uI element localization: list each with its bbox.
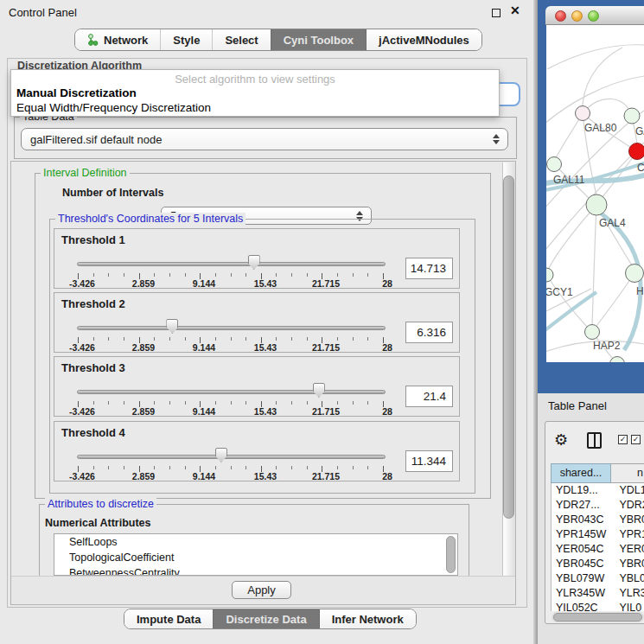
threshold-value-field[interactable]: 6.316 [405,322,453,343]
tab-infer-network[interactable]: Infer Network [319,609,416,628]
tab-label: jActiveMNodules [379,34,469,47]
gear-icon[interactable]: ⚙ [554,430,568,450]
tick-label: 28 [368,471,406,481]
network-view-canvas[interactable]: GAL80 GA C GAL11 GAL4 GCY1 H HAP2 [546,25,644,362]
close-icon[interactable]: ✕ [510,3,520,17]
tab-cyni-toolbox[interactable]: Cyni Toolbox [271,29,366,50]
table-row[interactable]: YBR043CYBR0 [552,513,644,527]
checkbox-icon[interactable]: ✓ [618,435,628,444]
slider-thumb[interactable] [166,319,178,334]
tick-label: 9.144 [185,278,223,289]
list-item[interactable]: SelfLoops [54,534,457,550]
bottom-tabbar: Impute Data Discretize Data Infer Networ… [124,609,417,629]
minimize-traffic-light-icon[interactable] [571,10,583,22]
node-top-right [624,108,640,124]
vertical-scrollbar-thumb[interactable] [503,175,514,519]
tab-jactivemnodules[interactable]: jActiveMNodules [366,29,481,50]
threshold-2-panel: Threshold 2 -3.426 2.859 9.144 15.43 21.… [54,292,460,353]
tab-network[interactable]: Network [75,29,160,50]
tab-label: Impute Data [137,613,201,626]
slider-track[interactable] [77,455,386,459]
table-row[interactable]: YLR345WYLR3 [552,586,644,601]
table-row[interactable]: YER054CYER0 [552,542,644,557]
slider-thumb[interactable] [248,255,260,270]
cell: YDL1 [611,483,644,498]
dropdown-option-manual[interactable]: Manual Discretization [16,86,137,99]
apply-strip: Apply [11,576,515,604]
tick-label: 2.859 [124,471,163,481]
tick-label: 21.715 [307,471,345,481]
slider-scale: -3.426 2.859 9.144 15.43 21.715 28 [78,342,384,352]
numerical-attributes-list[interactable]: SelfLoops TopologicalCoefficient Between… [54,533,458,576]
table-row[interactable]: YPR145WYPR1 [552,527,644,542]
slider-thumb[interactable] [313,383,325,398]
zoom-traffic-light-icon[interactable] [588,10,599,22]
tab-select[interactable]: Select [212,29,270,50]
threshold-value-field[interactable]: 21.4 [405,386,453,407]
slider-track[interactable] [77,326,386,330]
threshold-label: Threshold 3 [61,361,125,374]
cell: YER0 [611,542,644,557]
list-scrollbar-thumb[interactable] [446,536,456,573]
dropdown-option-equal-width[interactable]: Equal Width/Frequency Discretization [16,101,211,114]
checkbox-icon[interactable]: ✓ [631,435,641,444]
cell: YER054C [552,542,611,557]
tab-discretize-data[interactable]: Discretize Data [213,609,318,628]
slider-thumb[interactable] [215,448,227,462]
combo-spinner-icon [493,134,500,144]
tab-label: Cyni Toolbox [284,34,354,47]
close-traffic-light-icon[interactable] [555,10,566,22]
float-window-icon[interactable] [492,9,501,17]
tick-label: 21.715 [307,278,345,289]
table-header-row: shared... n [551,463,644,483]
cell: YBR045C [552,557,611,571]
table-row[interactable]: YIL052CYIL0 [552,601,644,611]
split-columns-icon[interactable] [587,432,602,449]
threshold-3-panel: Threshold 3 -3.426 2.859 9.144 15.43 21.… [54,356,460,417]
tick-label: 15.43 [246,342,284,353]
tick-label: 21.715 [307,342,345,353]
tab-impute-data[interactable]: Impute Data [124,609,213,628]
table-row[interactable]: YBL079WYBL0 [552,571,644,586]
slider-track[interactable] [77,262,386,266]
tab-label: Select [225,34,258,47]
network-window-titlebar[interactable] [545,6,644,25]
table-data-combobox[interactable]: galFiltered.sif default node [21,128,508,150]
tab-style[interactable]: Style [160,29,212,50]
cell: YBR0 [611,513,644,527]
cell: YBL0 [611,571,644,586]
horizontal-scrollbar-thumb[interactable] [553,613,642,622]
column-header-shared-name[interactable]: shared... [551,463,611,483]
cell: YLR345W [552,586,611,601]
apply-button[interactable]: Apply [232,581,291,599]
cell: YDL19... [552,483,611,498]
table-panel-title: Table Panel [548,399,607,412]
tick-label: -3.426 [63,471,101,481]
threshold-4-panel: Threshold 4 -3.426 2.859 9.144 15.43 21.… [54,421,460,481]
tick-label: 9.144 [185,342,223,353]
tab-label: Network [104,34,148,47]
slider-scale: -3.426 2.859 9.144 15.43 21.715 28 [78,406,384,416]
tick-label: 9.144 [185,406,223,417]
tick-label: 9.144 [185,471,223,481]
column-header-name[interactable]: n [611,463,644,483]
table-row[interactable]: YBR045CYBR0 [552,557,644,571]
table-data-combobox-value: galFiltered.sif default node [30,133,162,146]
node-gal11 [547,157,562,172]
threshold-label: Threshold 4 [61,426,125,439]
node-label: GAL11 [553,174,585,186]
table-row[interactable]: YDL19...YDL1 [552,483,644,498]
thresholds-group-title: Threshold's Coordinates for 5 Intervals [55,213,245,225]
node-label: GCY1 [546,286,573,298]
list-item[interactable]: TopologicalCoefficient [54,550,457,565]
threshold-value-field[interactable]: 14.713 [405,258,453,279]
slider-scale: -3.426 2.859 9.144 15.43 21.715 28 [78,471,384,481]
table-row[interactable]: YDR27...YDR2 [552,498,644,513]
threshold-value-field[interactable]: 11.344 [405,450,453,472]
slider-track[interactable] [77,390,386,394]
node-gcy1 [546,268,553,282]
table-rows[interactable]: YDL19...YDL1 YDR27...YDR2 YBR043CYBR0 YP… [551,483,644,611]
cell: YIL052C [552,601,611,611]
list-item[interactable]: BetweennessCentrality [54,565,457,576]
tick-label: -3.426 [63,342,101,353]
